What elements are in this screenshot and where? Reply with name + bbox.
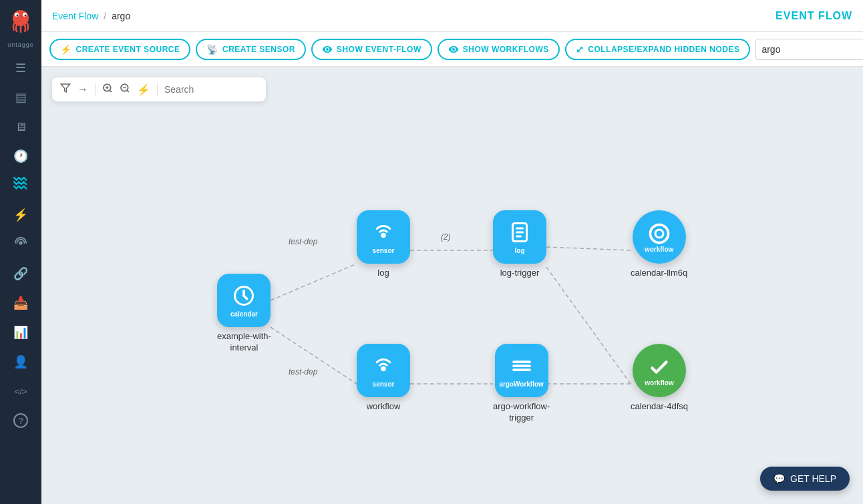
link-icon: 🔗 [13, 266, 28, 281]
flash-btn-icon: ⚡ [60, 44, 72, 55]
node-type-label: calendar [230, 310, 258, 318]
create-event-source-button[interactable]: ⚡ CREATE EVENT SOURCE [49, 39, 190, 60]
get-help-button[interactable]: 💬 GET HELP [760, 467, 850, 491]
arrow-icon[interactable]: → [77, 83, 88, 95]
node-type-label-cal-llm6q: workflow [645, 246, 673, 253]
checkmark-icon [647, 355, 671, 379]
sidebar-icon-menu[interactable]: ☰ [0, 53, 41, 83]
search-bar[interactable]: ✕ [755, 39, 863, 60]
broadcast-icon [13, 236, 28, 254]
chart-icon: 📊 [13, 325, 28, 340]
sidebar-icon-clock[interactable]: 🕐 [0, 142, 41, 171]
sidebar-icon-link[interactable]: 🔗 [0, 259, 41, 288]
breadcrumb: Event Flow / argo [52, 11, 775, 21]
sidebar-icon-display[interactable]: 🖥 [0, 112, 41, 142]
sidebar-icon-help[interactable]: ? [0, 406, 41, 435]
show-workflows-button[interactable]: SHOW WORKFLOWS [438, 39, 560, 60]
workflow-icon [647, 222, 671, 246]
canvas-area: → ⚡ [41, 67, 863, 504]
node-type-label-log: sensor [373, 247, 395, 254]
svg-marker-6 [61, 84, 69, 92]
node-example-with-interval[interactable]: calendar example-with-interval [217, 274, 271, 354]
svg-point-28 [655, 230, 663, 238]
node-name-argo-workflow-trigger: argo-workflow-trigger [493, 401, 550, 424]
menu-icon: ☰ [15, 61, 26, 75]
node-name-calendar-llm6q: calendar-llm6q [631, 268, 687, 279]
node-type-label-log-trigger: log [515, 247, 525, 254]
node-type-label-workflow: sensor [373, 381, 395, 388]
eye-btn-icon-2 [448, 44, 459, 55]
get-help-label: GET HELP [790, 473, 836, 484]
filter-icon[interactable] [60, 83, 71, 96]
search-input[interactable] [761, 44, 863, 55]
layers-icon: ▤ [15, 90, 27, 105]
collapse-expand-label: COLLAPSE/EXPAND HIDDEN NODES [588, 45, 739, 54]
sidebar-brand-label: untagge [7, 41, 34, 48]
lightning-icon[interactable]: ⚡ [137, 83, 150, 96]
node-name-calendar-4dfsq: calendar-4dfsq [631, 401, 688, 413]
svg-point-5 [19, 241, 23, 245]
sidebar-icon-chart[interactable]: 📊 [0, 318, 41, 347]
expand-btn-icon: ⤢ [576, 44, 584, 55]
sidebar-icon-signal[interactable] [0, 171, 41, 200]
sidebar-icon-flash[interactable]: ⚡ [0, 200, 41, 230]
svg-line-8 [110, 90, 112, 92]
breadcrumb-current: argo [112, 11, 130, 21]
inbox-icon: 📥 [13, 296, 28, 310]
node-log-trigger[interactable]: log log-trigger [493, 210, 546, 279]
svg-point-4 [25, 15, 27, 17]
toolbar: ⚡ CREATE EVENT SOURCE 📡 CREATE SENSOR SH… [41, 32, 863, 67]
show-event-flow-button[interactable]: SHOW EVENT-FLOW [311, 39, 432, 60]
sensor-icon [371, 220, 395, 244]
node-name-log: log [377, 268, 389, 279]
help-circle-icon: ? [13, 413, 28, 428]
svg-point-22 [381, 232, 386, 238]
breadcrumb-event-flow-link[interactable]: Event Flow [52, 11, 98, 21]
clock-icon: 🕐 [13, 149, 28, 164]
show-workflows-label: SHOW WORKFLOWS [463, 45, 549, 54]
node-type-label-cal-4dfsq: workflow [645, 379, 673, 387]
display-icon: 🖥 [15, 120, 27, 134]
svg-point-3 [17, 15, 19, 17]
sidebar-icon-inbox[interactable]: 📥 [0, 288, 41, 318]
collapse-expand-button[interactable]: ⤢ COLLAPSE/EXPAND HIDDEN NODES [565, 39, 751, 60]
create-sensor-button[interactable]: 📡 CREATE SENSOR [196, 39, 305, 60]
mini-search-input[interactable] [164, 84, 258, 95]
sidebar-icon-user[interactable]: 👤 [0, 347, 41, 376]
create-event-source-label: CREATE EVENT SOURCE [76, 45, 180, 54]
sidebar-icon-code[interactable]: </> [0, 376, 41, 406]
page-title: EVENT FLOW [775, 10, 852, 22]
edge-label-test-dep-1: test-dep [289, 237, 317, 246]
svg-point-29 [381, 366, 386, 371]
sensor-icon-2 [371, 354, 395, 378]
sensor-btn-icon: 📡 [206, 44, 218, 55]
node-name-log-trigger: log-trigger [500, 268, 540, 279]
node-workflow[interactable]: sensor workflow [357, 344, 410, 413]
edge-label-2: (2) [441, 232, 451, 242]
edge-label-test-dep-2: test-dep [289, 367, 317, 376]
node-calendar-llm6q[interactable]: workflow calendar-llm6q [631, 210, 687, 279]
node-name-workflow: workflow [367, 401, 401, 413]
mini-toolbar-divider [95, 83, 96, 96]
show-event-flow-label: SHOW EVENT-FLOW [337, 45, 421, 54]
connections-svg [41, 67, 863, 504]
node-argo-workflow-trigger[interactable]: argoWorkflow argo-workflow-trigger [493, 344, 550, 424]
create-sensor-label: CREATE SENSOR [222, 45, 295, 54]
flash-icon: ⚡ [13, 208, 28, 222]
svg-point-27 [650, 224, 668, 242]
zoom-out-icon[interactable] [120, 83, 130, 96]
sidebar-icon-layers[interactable]: ▤ [0, 83, 41, 112]
user-icon: 👤 [13, 354, 28, 369]
svg-line-12 [127, 90, 129, 92]
signal-icon [13, 177, 28, 195]
node-log[interactable]: sensor log [357, 210, 410, 279]
chat-icon: 💬 [773, 473, 785, 484]
document-icon [508, 220, 532, 244]
calendar-icon [232, 284, 256, 308]
svg-line-18 [546, 267, 631, 384]
node-calendar-4dfsq[interactable]: workflow calendar-4dfsq [631, 344, 688, 413]
sidebar: untagge ☰ ▤ 🖥 🕐 ⚡ � [0, 0, 41, 504]
topbar: Event Flow / argo EVENT FLOW [41, 0, 863, 32]
sidebar-icon-broadcast[interactable] [0, 230, 41, 259]
zoom-in-icon[interactable] [102, 83, 113, 96]
